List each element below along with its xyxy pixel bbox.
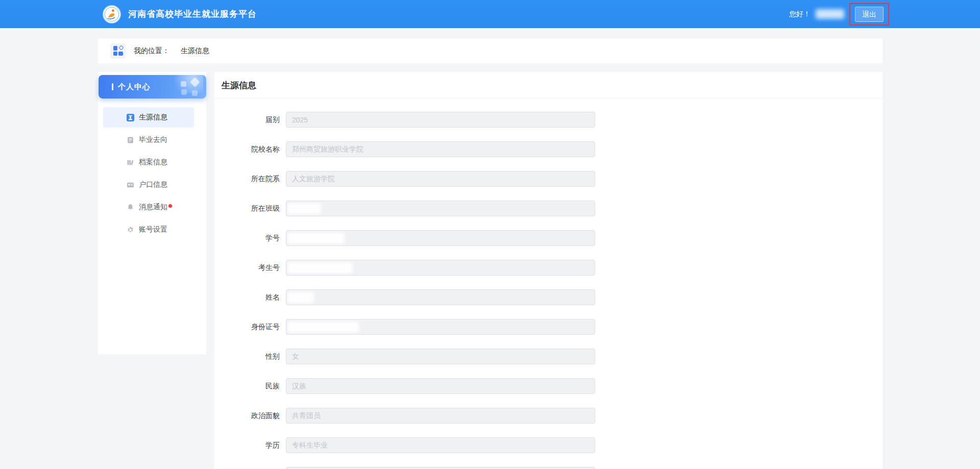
form-row-college-name: 院校名称 郑州商贸旅游职业学院 xyxy=(214,141,883,157)
input-student-id[interactable] xyxy=(286,230,595,246)
form-row-student-id: 学号 xyxy=(214,230,883,246)
field-label: 学历 xyxy=(214,437,280,453)
field-value: 共青团员 xyxy=(292,411,321,421)
input-name[interactable] xyxy=(286,289,595,305)
field-label: 政治面貌 xyxy=(214,408,280,424)
input-exam-id[interactable] xyxy=(286,260,595,276)
sidebar: 个人中心 生源信息 毕业去向 档案信息 户口信息 消息通知 账号设置 xyxy=(98,72,206,354)
student-badge-icon xyxy=(127,114,134,121)
student-info-form: 届别 2025 院校名称 郑州商贸旅游职业学院 所在院系 人文旅游学院 所在班级… xyxy=(214,98,883,469)
field-value: 女 xyxy=(292,352,299,361)
form-row-name: 姓名 xyxy=(214,289,883,305)
redaction-blur xyxy=(287,292,314,303)
decorative-squares-icon xyxy=(181,80,200,94)
document-icon xyxy=(127,136,134,144)
form-row-political-status: 政治面貌 共青团员 xyxy=(214,408,883,424)
input-ethnicity[interactable]: 汉族 xyxy=(286,378,595,394)
field-value: 人文旅游学院 xyxy=(292,175,335,184)
input-class-name[interactable] xyxy=(286,201,595,216)
field-label: 所在班级 xyxy=(214,201,280,216)
redaction-blur xyxy=(287,322,359,333)
field-value: 2025 xyxy=(292,116,308,124)
field-value: 郑州商贸旅游职业学院 xyxy=(292,145,363,154)
username-redaction-blur xyxy=(816,9,844,19)
input-class-year[interactable]: 2025 xyxy=(286,112,595,128)
sidebar-item-label: 账号设置 xyxy=(139,225,167,234)
archive-icon xyxy=(127,159,134,166)
header-user-area: 您好！ 退出 xyxy=(789,3,889,26)
sidebar-menu: 生源信息 毕业去向 档案信息 户口信息 消息通知 账号设置 xyxy=(98,107,206,240)
field-value: 专科生毕业 xyxy=(292,441,328,450)
sidebar-item-label: 生源信息 xyxy=(139,113,167,122)
sidebar-item-label: 户口信息 xyxy=(139,180,167,189)
form-row-class-name: 所在班级 xyxy=(214,201,883,216)
page-title: 生源信息 xyxy=(214,72,883,98)
field-label: 身份证号 xyxy=(214,319,280,335)
form-row-education: 学历 专科生毕业 xyxy=(214,437,883,453)
redaction-blur xyxy=(287,262,353,274)
main-panel: 生源信息 届别 2025 院校名称 郑州商贸旅游职业学院 所在院系 人文旅游学院… xyxy=(214,72,883,469)
breadcrumb-current: 生源信息 xyxy=(181,46,209,56)
sidebar-item-label: 档案信息 xyxy=(139,158,167,167)
redaction-blur xyxy=(287,233,345,244)
sidebar-header-title: 个人中心 xyxy=(118,82,151,92)
bell-icon xyxy=(127,204,134,211)
greeting-text: 您好！ xyxy=(789,10,811,19)
input-department[interactable]: 人文旅游学院 xyxy=(286,171,595,187)
form-row-exam-id: 考生号 xyxy=(214,260,883,276)
input-political-status[interactable]: 共青团员 xyxy=(286,408,595,424)
header-accent-bar xyxy=(112,83,113,90)
site-title: 河南省高校毕业生就业服务平台 xyxy=(128,8,257,20)
field-label: 院校名称 xyxy=(214,141,280,157)
redaction-blur xyxy=(287,203,321,214)
top-header-bar: 河南省高校毕业生就业服务平台 您好！ 退出 xyxy=(0,0,980,28)
sidebar-item-archive-info[interactable]: 档案信息 xyxy=(103,152,194,172)
sidebar-item-hukou-info[interactable]: 户口信息 xyxy=(103,175,194,195)
field-label: 民族 xyxy=(214,378,280,394)
sidebar-item-student-origin[interactable]: 生源信息 xyxy=(103,107,194,128)
annotation-red-box: 退出 xyxy=(849,3,889,26)
input-college-name[interactable]: 郑州商贸旅游职业学院 xyxy=(286,141,595,157)
sidebar-header: 个人中心 xyxy=(99,75,206,98)
field-label: 所在院系 xyxy=(214,171,280,187)
sidebar-item-label: 毕业去向 xyxy=(139,135,167,144)
sidebar-item-account-settings[interactable]: 账号设置 xyxy=(103,219,194,240)
id-card-icon xyxy=(127,181,134,189)
form-row-class-year: 届别 2025 xyxy=(214,112,883,128)
breadcrumb-prefix: 我的位置： xyxy=(134,46,169,56)
form-row-ethnicity: 民族 汉族 xyxy=(214,378,883,394)
sidebar-item-label: 消息通知 xyxy=(139,203,167,212)
form-row-next-field-partial xyxy=(214,467,883,469)
sidebar-item-message-notice[interactable]: 消息通知 xyxy=(103,197,194,217)
input-next-field-partial[interactable] xyxy=(286,467,595,469)
breadcrumb: 我的位置： 生源信息 xyxy=(98,38,883,63)
input-id-number[interactable] xyxy=(286,319,595,335)
form-row-department: 所在院系 人文旅游学院 xyxy=(214,171,883,187)
field-label: 学号 xyxy=(214,230,280,246)
field-label: 考生号 xyxy=(214,260,280,276)
form-row-gender: 性别 女 xyxy=(214,349,883,364)
sidebar-item-graduation-destination[interactable]: 毕业去向 xyxy=(103,130,194,150)
form-row-id-number: 身份证号 xyxy=(214,319,883,335)
logout-button[interactable]: 退出 xyxy=(855,7,884,22)
input-education[interactable]: 专科生毕业 xyxy=(286,437,595,453)
gear-icon xyxy=(127,226,134,234)
field-label xyxy=(214,467,280,469)
input-gender[interactable]: 女 xyxy=(286,349,595,364)
platform-logo-icon xyxy=(102,5,121,24)
location-grid-icon xyxy=(110,43,126,59)
field-label: 届别 xyxy=(214,112,280,128)
unread-dot-badge xyxy=(168,204,172,208)
field-value: 汉族 xyxy=(292,382,306,391)
field-label: 姓名 xyxy=(214,289,280,305)
field-label: 性别 xyxy=(214,349,280,364)
